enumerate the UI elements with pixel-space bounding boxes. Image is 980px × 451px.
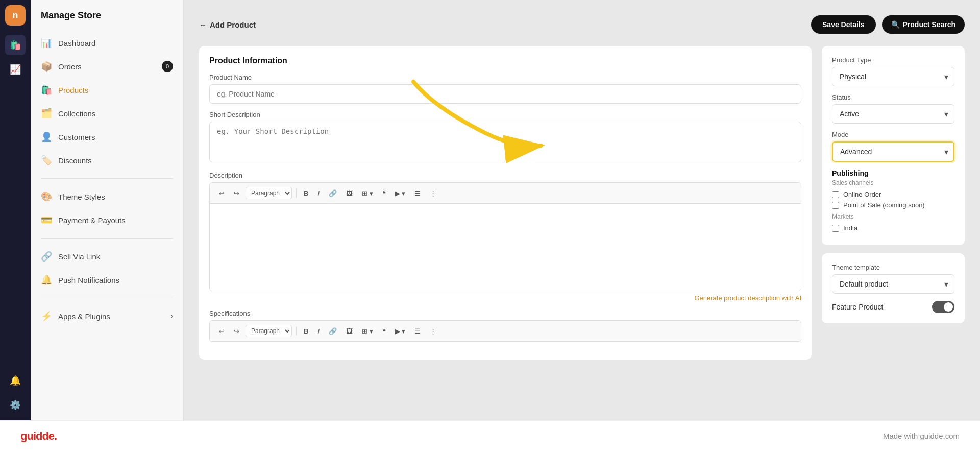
sidebar-item-theme-styles[interactable]: 🎨 Theme Styles bbox=[31, 185, 183, 208]
product-info-title: Product Information bbox=[209, 56, 801, 65]
short-desc-group: Short Description bbox=[209, 111, 801, 164]
mode-select-wrapper: Basic Advanced bbox=[832, 141, 954, 162]
header-actions: Save Details 🔍 Product Search bbox=[811, 15, 965, 34]
back-arrow-icon: ← bbox=[199, 20, 207, 29]
feature-product-toggle[interactable] bbox=[932, 301, 954, 313]
india-checkbox[interactable] bbox=[832, 225, 839, 232]
product-type-select[interactable]: Physical Digital Service bbox=[832, 67, 954, 86]
rail-chart-icon[interactable]: 📈 bbox=[5, 59, 26, 80]
customers-icon: 👤 bbox=[41, 131, 52, 143]
online-order-checkbox[interactable] bbox=[832, 191, 839, 198]
status-select-wrapper: Active Draft Archived bbox=[832, 104, 954, 124]
undo-button[interactable]: ↩ bbox=[216, 187, 228, 199]
product-type-card: Product Type Physical Digital Service St… bbox=[822, 46, 965, 245]
specs-image-button[interactable]: 🖼 bbox=[343, 325, 356, 337]
sidebar-item-label: Collections bbox=[58, 109, 95, 118]
sidebar-item-orders[interactable]: 📦 Orders 0 bbox=[31, 55, 183, 78]
sidebar-item-dashboard[interactable]: 📊 Dashboard bbox=[31, 31, 183, 55]
sidebar-divider-1 bbox=[41, 178, 173, 179]
sidebar-item-label: Sell Via Link bbox=[58, 252, 100, 261]
rail-bell-icon[interactable]: 🔔 bbox=[5, 370, 26, 391]
sidebar-item-discounts[interactable]: 🏷️ Discounts bbox=[31, 149, 183, 172]
sidebar-item-products[interactable]: 🛍️ Products bbox=[31, 78, 183, 102]
sidebar-item-apps[interactable]: ⚡ Apps & Plugins › bbox=[31, 304, 183, 328]
italic-button[interactable]: I bbox=[314, 187, 323, 199]
sidebar-item-collections[interactable]: 🗂️ Collections bbox=[31, 102, 183, 125]
left-panel: Product Information Product Name Short D… bbox=[199, 46, 812, 360]
sidebar-item-label: Orders bbox=[58, 62, 82, 71]
desc-toolbar: ↩ ↪ Paragraph B I 🔗 🖼 bbox=[210, 183, 801, 204]
specs-link-button[interactable]: 🔗 bbox=[326, 325, 340, 337]
desc-editor: ↩ ↪ Paragraph B I 🔗 🖼 bbox=[209, 182, 801, 291]
list-button[interactable]: ☰ bbox=[411, 187, 424, 199]
quote-button[interactable]: ❝ bbox=[379, 187, 389, 199]
ai-generate-link[interactable]: Generate product description with AI bbox=[694, 294, 801, 302]
bold-button[interactable]: B bbox=[301, 187, 311, 199]
specs-quote-button[interactable]: ❝ bbox=[379, 325, 389, 337]
desc-label: Description bbox=[209, 172, 801, 179]
short-desc-label: Short Description bbox=[209, 111, 801, 118]
rail-products-icon[interactable]: 🛍️ bbox=[5, 35, 26, 55]
specs-media-button[interactable]: ▶ ▾ bbox=[392, 325, 409, 337]
specs-italic-button[interactable]: I bbox=[314, 325, 323, 337]
sidebar-item-label: Products bbox=[58, 86, 88, 94]
feature-product-label: Feature Product bbox=[832, 303, 883, 311]
product-type-select-wrapper: Physical Digital Service bbox=[832, 67, 954, 86]
payment-icon: 💳 bbox=[41, 215, 52, 226]
specs-more-button[interactable]: ⋮ bbox=[427, 325, 439, 337]
sidebar-item-label: Discounts bbox=[58, 156, 92, 165]
save-details-button[interactable]: Save Details bbox=[811, 15, 876, 34]
sidebar-item-label: Dashboard bbox=[58, 39, 95, 48]
link-button[interactable]: 🔗 bbox=[326, 187, 340, 199]
india-label: India bbox=[843, 224, 857, 232]
product-info-card: Product Information Product Name Short D… bbox=[199, 46, 812, 360]
theme-template-card: Theme template Default product Feature P… bbox=[822, 253, 965, 323]
pos-checkbox[interactable] bbox=[832, 202, 839, 209]
specs-list-button[interactable]: ☰ bbox=[411, 325, 424, 337]
theme-template-label: Theme template bbox=[832, 264, 954, 271]
sidebar-item-label: Push Notifications bbox=[58, 276, 119, 284]
desc-group: Description ↩ ↪ Paragraph B bbox=[209, 172, 801, 302]
short-desc-input[interactable] bbox=[209, 122, 801, 162]
redo-button[interactable]: ↪ bbox=[231, 187, 242, 199]
image-button[interactable]: 🖼 bbox=[343, 187, 356, 199]
media-button[interactable]: ▶ ▾ bbox=[392, 187, 409, 199]
online-order-label: Online Order bbox=[843, 191, 881, 198]
specs-redo-button[interactable]: ↪ bbox=[231, 325, 242, 337]
sidebar-item-push-notifications[interactable]: 🔔 Push Notifications bbox=[31, 268, 183, 292]
sidebar-item-customers[interactable]: 👤 Customers bbox=[31, 125, 183, 149]
specs-group: Specifications ↩ ↪ Paragraph B bbox=[209, 310, 801, 342]
sidebar-item-label: Payment & Payouts bbox=[58, 216, 126, 225]
product-name-label: Product Name bbox=[209, 74, 801, 81]
product-name-input[interactable] bbox=[209, 84, 801, 104]
mode-select[interactable]: Basic Advanced bbox=[832, 141, 954, 162]
mode-label: Mode bbox=[832, 131, 954, 138]
discounts-icon: 🏷️ bbox=[41, 155, 52, 166]
app-logo[interactable]: n bbox=[5, 5, 26, 26]
specs-table-button[interactable]: ⊞ ▾ bbox=[359, 325, 376, 337]
sidebar-item-sell-via-link[interactable]: 🔗 Sell Via Link bbox=[31, 245, 183, 268]
specs-bold-button[interactable]: B bbox=[301, 325, 311, 337]
specs-editor: ↩ ↪ Paragraph B I 🔗 🖼 bbox=[209, 320, 801, 342]
footer-text: Made with guidde.com bbox=[883, 432, 960, 440]
specs-toolbar-sep bbox=[296, 326, 297, 336]
theme-template-select-wrapper: Default product bbox=[832, 274, 954, 294]
desc-body[interactable] bbox=[210, 204, 801, 291]
theme-template-select[interactable]: Default product bbox=[832, 274, 954, 294]
back-button[interactable]: ← Add Product bbox=[199, 20, 256, 29]
specs-paragraph-select[interactable]: Paragraph bbox=[246, 325, 292, 337]
apps-icon: ⚡ bbox=[41, 311, 52, 322]
specs-undo-button[interactable]: ↩ bbox=[216, 325, 228, 337]
markets-label: Markets bbox=[832, 213, 954, 220]
paragraph-select[interactable]: Paragraph bbox=[246, 187, 292, 199]
orders-badge: 0 bbox=[162, 61, 173, 72]
status-select[interactable]: Active Draft Archived bbox=[832, 104, 954, 124]
rail-settings-icon[interactable]: ⚙️ bbox=[5, 395, 26, 415]
specs-toolbar: ↩ ↪ Paragraph B I 🔗 🖼 bbox=[210, 321, 801, 342]
status-label: Status bbox=[832, 93, 954, 101]
product-search-button[interactable]: 🔍 Product Search bbox=[882, 15, 965, 34]
content-grid: Product Information Product Name Short D… bbox=[199, 46, 965, 360]
more-button[interactable]: ⋮ bbox=[427, 187, 439, 199]
table-button[interactable]: ⊞ ▾ bbox=[359, 187, 376, 199]
sidebar-item-payment[interactable]: 💳 Payment & Payouts bbox=[31, 208, 183, 232]
